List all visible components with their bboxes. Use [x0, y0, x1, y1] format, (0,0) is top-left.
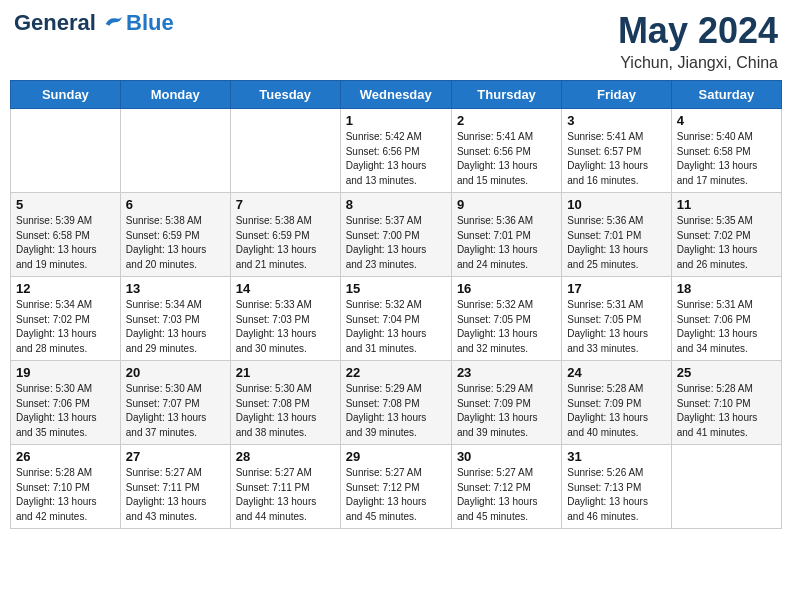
weekday-header-sunday: Sunday — [11, 81, 121, 109]
day-number: 1 — [346, 113, 446, 128]
calendar-cell: 11Sunrise: 5:35 AM Sunset: 7:02 PM Dayli… — [671, 193, 781, 277]
week-row-1: 1Sunrise: 5:42 AM Sunset: 6:56 PM Daylig… — [11, 109, 782, 193]
day-number: 21 — [236, 365, 335, 380]
logo-bird-icon — [102, 13, 124, 35]
day-number: 27 — [126, 449, 225, 464]
calendar-cell — [11, 109, 121, 193]
calendar-cell: 27Sunrise: 5:27 AM Sunset: 7:11 PM Dayli… — [120, 445, 230, 529]
calendar-cell: 4Sunrise: 5:40 AM Sunset: 6:58 PM Daylig… — [671, 109, 781, 193]
calendar-cell: 24Sunrise: 5:28 AM Sunset: 7:09 PM Dayli… — [562, 361, 671, 445]
day-number: 11 — [677, 197, 776, 212]
day-info: Sunrise: 5:27 AM Sunset: 7:12 PM Dayligh… — [457, 466, 556, 524]
day-info: Sunrise: 5:39 AM Sunset: 6:58 PM Dayligh… — [16, 214, 115, 272]
day-number: 10 — [567, 197, 665, 212]
day-number: 5 — [16, 197, 115, 212]
week-row-5: 26Sunrise: 5:28 AM Sunset: 7:10 PM Dayli… — [11, 445, 782, 529]
title-area: May 2024 Yichun, Jiangxi, China — [618, 10, 778, 72]
day-info: Sunrise: 5:29 AM Sunset: 7:09 PM Dayligh… — [457, 382, 556, 440]
calendar-cell: 7Sunrise: 5:38 AM Sunset: 6:59 PM Daylig… — [230, 193, 340, 277]
calendar-cell: 9Sunrise: 5:36 AM Sunset: 7:01 PM Daylig… — [451, 193, 561, 277]
day-info: Sunrise: 5:41 AM Sunset: 6:56 PM Dayligh… — [457, 130, 556, 188]
day-info: Sunrise: 5:28 AM Sunset: 7:10 PM Dayligh… — [677, 382, 776, 440]
calendar-cell: 28Sunrise: 5:27 AM Sunset: 7:11 PM Dayli… — [230, 445, 340, 529]
day-info: Sunrise: 5:37 AM Sunset: 7:00 PM Dayligh… — [346, 214, 446, 272]
calendar-cell: 14Sunrise: 5:33 AM Sunset: 7:03 PM Dayli… — [230, 277, 340, 361]
calendar-cell: 10Sunrise: 5:36 AM Sunset: 7:01 PM Dayli… — [562, 193, 671, 277]
calendar-cell: 12Sunrise: 5:34 AM Sunset: 7:02 PM Dayli… — [11, 277, 121, 361]
calendar-cell: 1Sunrise: 5:42 AM Sunset: 6:56 PM Daylig… — [340, 109, 451, 193]
day-info: Sunrise: 5:32 AM Sunset: 7:05 PM Dayligh… — [457, 298, 556, 356]
calendar-cell: 13Sunrise: 5:34 AM Sunset: 7:03 PM Dayli… — [120, 277, 230, 361]
day-number: 19 — [16, 365, 115, 380]
day-info: Sunrise: 5:27 AM Sunset: 7:11 PM Dayligh… — [236, 466, 335, 524]
week-row-4: 19Sunrise: 5:30 AM Sunset: 7:06 PM Dayli… — [11, 361, 782, 445]
calendar-cell: 23Sunrise: 5:29 AM Sunset: 7:09 PM Dayli… — [451, 361, 561, 445]
day-info: Sunrise: 5:38 AM Sunset: 6:59 PM Dayligh… — [126, 214, 225, 272]
calendar-cell: 2Sunrise: 5:41 AM Sunset: 6:56 PM Daylig… — [451, 109, 561, 193]
calendar-cell: 19Sunrise: 5:30 AM Sunset: 7:06 PM Dayli… — [11, 361, 121, 445]
calendar-cell: 21Sunrise: 5:30 AM Sunset: 7:08 PM Dayli… — [230, 361, 340, 445]
day-number: 26 — [16, 449, 115, 464]
day-info: Sunrise: 5:42 AM Sunset: 6:56 PM Dayligh… — [346, 130, 446, 188]
day-info: Sunrise: 5:36 AM Sunset: 7:01 PM Dayligh… — [457, 214, 556, 272]
day-info: Sunrise: 5:28 AM Sunset: 7:09 PM Dayligh… — [567, 382, 665, 440]
logo: General Blue — [14, 10, 174, 35]
logo-text: General — [14, 10, 124, 35]
day-info: Sunrise: 5:30 AM Sunset: 7:07 PM Dayligh… — [126, 382, 225, 440]
day-number: 12 — [16, 281, 115, 296]
day-number: 7 — [236, 197, 335, 212]
week-row-2: 5Sunrise: 5:39 AM Sunset: 6:58 PM Daylig… — [11, 193, 782, 277]
calendar-cell: 22Sunrise: 5:29 AM Sunset: 7:08 PM Dayli… — [340, 361, 451, 445]
day-info: Sunrise: 5:30 AM Sunset: 7:08 PM Dayligh… — [236, 382, 335, 440]
calendar-cell — [671, 445, 781, 529]
calendar-cell: 18Sunrise: 5:31 AM Sunset: 7:06 PM Dayli… — [671, 277, 781, 361]
day-number: 2 — [457, 113, 556, 128]
day-number: 17 — [567, 281, 665, 296]
calendar-cell: 26Sunrise: 5:28 AM Sunset: 7:10 PM Dayli… — [11, 445, 121, 529]
day-number: 29 — [346, 449, 446, 464]
header: General Blue May 2024 Yichun, Jiangxi, C… — [10, 10, 782, 72]
day-number: 9 — [457, 197, 556, 212]
calendar-cell: 31Sunrise: 5:26 AM Sunset: 7:13 PM Dayli… — [562, 445, 671, 529]
calendar-cell: 6Sunrise: 5:38 AM Sunset: 6:59 PM Daylig… — [120, 193, 230, 277]
day-info: Sunrise: 5:40 AM Sunset: 6:58 PM Dayligh… — [677, 130, 776, 188]
day-info: Sunrise: 5:41 AM Sunset: 6:57 PM Dayligh… — [567, 130, 665, 188]
day-info: Sunrise: 5:28 AM Sunset: 7:10 PM Dayligh… — [16, 466, 115, 524]
day-number: 24 — [567, 365, 665, 380]
weekday-header-thursday: Thursday — [451, 81, 561, 109]
day-info: Sunrise: 5:33 AM Sunset: 7:03 PM Dayligh… — [236, 298, 335, 356]
location-title: Yichun, Jiangxi, China — [618, 54, 778, 72]
calendar-cell: 30Sunrise: 5:27 AM Sunset: 7:12 PM Dayli… — [451, 445, 561, 529]
weekday-header-wednesday: Wednesday — [340, 81, 451, 109]
day-number: 3 — [567, 113, 665, 128]
weekday-header-friday: Friday — [562, 81, 671, 109]
calendar-cell: 5Sunrise: 5:39 AM Sunset: 6:58 PM Daylig… — [11, 193, 121, 277]
calendar-cell: 8Sunrise: 5:37 AM Sunset: 7:00 PM Daylig… — [340, 193, 451, 277]
weekday-header-monday: Monday — [120, 81, 230, 109]
day-number: 20 — [126, 365, 225, 380]
month-title: May 2024 — [618, 10, 778, 52]
calendar-cell: 20Sunrise: 5:30 AM Sunset: 7:07 PM Dayli… — [120, 361, 230, 445]
day-info: Sunrise: 5:27 AM Sunset: 7:11 PM Dayligh… — [126, 466, 225, 524]
day-number: 18 — [677, 281, 776, 296]
day-info: Sunrise: 5:36 AM Sunset: 7:01 PM Dayligh… — [567, 214, 665, 272]
day-info: Sunrise: 5:27 AM Sunset: 7:12 PM Dayligh… — [346, 466, 446, 524]
day-number: 23 — [457, 365, 556, 380]
day-number: 15 — [346, 281, 446, 296]
day-number: 4 — [677, 113, 776, 128]
weekday-header-tuesday: Tuesday — [230, 81, 340, 109]
calendar-cell: 16Sunrise: 5:32 AM Sunset: 7:05 PM Dayli… — [451, 277, 561, 361]
calendar-cell: 29Sunrise: 5:27 AM Sunset: 7:12 PM Dayli… — [340, 445, 451, 529]
calendar-cell — [120, 109, 230, 193]
day-number: 22 — [346, 365, 446, 380]
logo-blue-text: Blue — [126, 10, 174, 35]
day-number: 28 — [236, 449, 335, 464]
day-number: 13 — [126, 281, 225, 296]
day-number: 30 — [457, 449, 556, 464]
day-info: Sunrise: 5:34 AM Sunset: 7:03 PM Dayligh… — [126, 298, 225, 356]
calendar-cell — [230, 109, 340, 193]
week-row-3: 12Sunrise: 5:34 AM Sunset: 7:02 PM Dayli… — [11, 277, 782, 361]
weekday-header-saturday: Saturday — [671, 81, 781, 109]
day-info: Sunrise: 5:34 AM Sunset: 7:02 PM Dayligh… — [16, 298, 115, 356]
day-info: Sunrise: 5:35 AM Sunset: 7:02 PM Dayligh… — [677, 214, 776, 272]
